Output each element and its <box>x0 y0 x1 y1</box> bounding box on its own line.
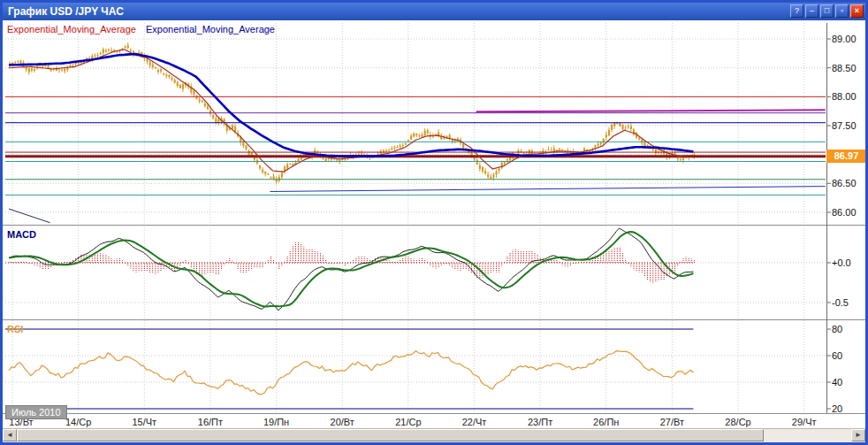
trendline <box>476 110 826 111</box>
macd-panel-label: MACD <box>7 229 36 240</box>
window-title: График USD /JPY ЧАС <box>8 5 124 18</box>
date-axis-label: 29/Чт <box>792 417 817 427</box>
scroll-left-button[interactable]: ◄ <box>3 429 17 441</box>
trendline <box>9 209 50 223</box>
help-button[interactable]: ? <box>790 4 803 18</box>
price-axis-label: 87.50 <box>832 120 857 131</box>
price-axis-label: 86.00 <box>832 207 857 218</box>
close-button[interactable]: × <box>850 4 864 18</box>
current-price-tag: 86.97 <box>826 150 866 163</box>
window-controls: ?–□▫× <box>788 4 864 18</box>
date-axis-label: 14/Ср <box>65 417 91 427</box>
rsi-panel-label: RSI <box>7 324 23 334</box>
horizontal-scrollbar[interactable]: ◄ ► <box>3 428 865 442</box>
date-axis-label: 28/Ср <box>725 417 750 427</box>
rsi-series <box>5 329 693 409</box>
macd-axis-label: -0.5 <box>832 297 849 308</box>
scrollbar-thumb[interactable] <box>17 429 764 441</box>
price-axis-label: 86.50 <box>832 178 857 188</box>
trendline <box>270 187 825 192</box>
rsi-axis-label: 60 <box>832 350 842 361</box>
gridlines <box>5 23 826 412</box>
ema-slow-line <box>9 54 693 157</box>
indicator-legend: Exponential_Moving_Average Exponential_M… <box>7 24 275 35</box>
date-axis-label: 26/Пн <box>593 417 619 427</box>
title-bar[interactable]: График USD /JPY ЧАС <box>3 3 865 20</box>
scroll-right-button[interactable]: ► <box>851 429 865 441</box>
date-axis-label: 22/Чт <box>462 417 487 427</box>
price-axis-label: 89.00 <box>832 34 857 44</box>
rsi-axis-label: 40 <box>832 377 842 387</box>
date-axis-label: 21/Ср <box>395 417 421 427</box>
date-axis-label: 19/Пн <box>263 417 289 427</box>
date-axis-label: 15/Чт <box>132 417 156 427</box>
date-axis-label: 20/Вт <box>331 417 354 427</box>
candlestick-series <box>9 42 695 184</box>
macd-series <box>5 228 694 311</box>
price-axis-label: 88.00 <box>832 91 857 102</box>
ema-slow-legend: Exponential_Moving_Average <box>146 24 275 35</box>
month-label: Июль 2010 <box>5 405 67 419</box>
chart-canvas[interactable]: 89.0088.5088.0087.5087.0086.5086.00+0.0-… <box>3 3 865 442</box>
maximize-button[interactable]: ▫ <box>835 4 849 18</box>
rsi-axis-label: 20 <box>832 403 842 414</box>
price-axis-label: 88.50 <box>832 63 857 73</box>
chart-window: 89.0088.5088.0087.5087.0086.5086.00+0.0-… <box>0 0 868 445</box>
restore-button[interactable]: □ <box>820 4 834 18</box>
date-axis-label: 23/Пт <box>528 417 552 427</box>
ema-fast-legend: Exponential_Moving_Average <box>7 24 136 35</box>
macd-axis-label: +0.0 <box>832 257 851 268</box>
date-axis-label: 27/Вт <box>660 417 684 427</box>
rsi-axis-label: 80 <box>832 324 842 334</box>
minimize-button[interactable]: – <box>805 4 819 18</box>
date-axis-label: 16/Пт <box>198 417 223 427</box>
